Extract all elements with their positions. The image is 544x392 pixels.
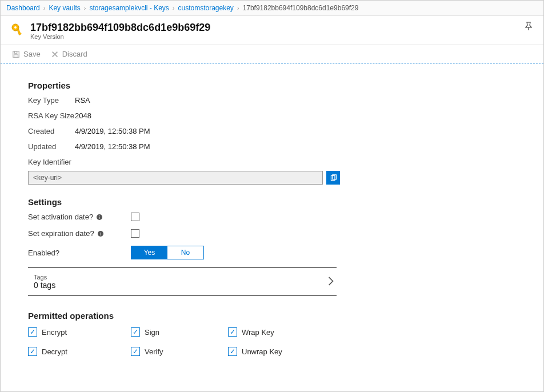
checkbox-checked-icon: ✓ (28, 347, 37, 356)
key-type-label: Key Type (28, 96, 75, 105)
info-icon[interactable]: i (97, 230, 104, 237)
activation-label: Set activation date? (28, 213, 93, 221)
expiration-label: Set expiration date? (28, 229, 94, 238)
activation-checkbox[interactable] (131, 213, 139, 221)
key-icon (11, 23, 25, 38)
page-title: 17bf9182bb694f109b8dc6d1e9b69f29 (30, 22, 210, 34)
op-decrypt[interactable]: ✓Decrypt (28, 347, 131, 356)
chevron-right-icon: › (237, 5, 239, 11)
op-unwrap[interactable]: ✓Unwrap Key (228, 347, 331, 356)
save-button[interactable]: Save (12, 50, 41, 58)
enabled-no[interactable]: No (167, 246, 203, 259)
svg-point-1 (14, 26, 17, 29)
checkbox-checked-icon: ✓ (131, 347, 140, 356)
checkbox-checked-icon: ✓ (228, 347, 237, 356)
copy-icon (330, 174, 337, 182)
op-encrypt[interactable]: ✓Encrypt (28, 327, 131, 337)
checkbox-checked-icon: ✓ (28, 327, 37, 337)
op-sign[interactable]: ✓Sign (131, 327, 228, 337)
svg-rect-5 (14, 51, 17, 53)
svg-rect-2 (17, 29, 21, 35)
tags-label: Tags (34, 274, 55, 281)
tags-count: 0 tags (34, 281, 55, 290)
tags-row[interactable]: Tags 0 tags (28, 267, 337, 296)
op-wrap[interactable]: ✓Wrap Key (228, 327, 331, 337)
breadcrumb: Dashboard › Key vaults › storagesamplekv… (1, 1, 543, 16)
chevron-right-icon (327, 277, 334, 287)
enabled-label: Enabled? (28, 249, 59, 257)
op-unwrap-label: Unwrap Key (242, 347, 282, 356)
info-icon[interactable]: i (96, 214, 103, 221)
key-type-value: RSA (75, 96, 90, 105)
op-sign-label: Sign (145, 328, 159, 337)
checkbox-checked-icon: ✓ (228, 327, 237, 337)
breadcrumb-link-key[interactable]: customstoragekey (178, 4, 233, 12)
pin-icon[interactable] (524, 22, 533, 33)
breadcrumb-link-vault[interactable]: storagesamplekvcli - Keys (89, 4, 169, 12)
updated-label: Updated (28, 142, 75, 151)
breadcrumb-current: 17bf9182bb694f109b8dc6d1e9b69f29 (243, 4, 359, 12)
copy-button[interactable] (326, 171, 340, 185)
expiration-checkbox[interactable] (131, 229, 139, 238)
key-size-value: 2048 (75, 111, 91, 120)
toolbar: Save Discard (1, 45, 543, 63)
content: Properties Key Type RSA RSA Key Size 204… (1, 63, 543, 392)
save-icon (12, 50, 20, 58)
svg-text:i: i (100, 231, 101, 237)
key-identifier-input[interactable] (28, 171, 323, 185)
op-encrypt-label: Encrypt (42, 328, 67, 337)
updated-value: 4/9/2019, 12:50:38 PM (75, 142, 150, 151)
key-size-label: RSA Key Size (28, 111, 75, 120)
breadcrumb-link-keyvaults[interactable]: Key vaults (49, 4, 80, 12)
checkbox-checked-icon: ✓ (131, 327, 140, 337)
op-verify[interactable]: ✓Verify (131, 347, 228, 356)
op-decrypt-label: Decrypt (42, 347, 67, 356)
discard-button[interactable]: Discard (51, 50, 87, 58)
permitted-ops-heading: Permitted operations (28, 311, 521, 321)
enabled-yes[interactable]: Yes (131, 246, 167, 259)
svg-text:i: i (99, 215, 100, 220)
page-subtitle: Key Version (30, 33, 210, 40)
discard-icon (51, 50, 59, 58)
discard-label: Discard (62, 50, 87, 58)
chevron-right-icon: › (84, 5, 86, 11)
svg-rect-6 (14, 54, 18, 57)
created-value: 4/9/2019, 12:50:38 PM (75, 127, 150, 135)
chevron-right-icon: › (43, 5, 46, 11)
key-identifier-label: Key Identifier (28, 158, 521, 166)
title-bar: 17bf9182bb694f109b8dc6d1e9b69f29 Key Ver… (1, 16, 543, 45)
op-verify-label: Verify (145, 347, 163, 356)
properties-heading: Properties (28, 81, 521, 90)
settings-heading: Settings (28, 197, 521, 207)
breadcrumb-link-dashboard[interactable]: Dashboard (6, 4, 40, 12)
op-wrap-label: Wrap Key (242, 328, 274, 337)
enabled-toggle[interactable]: Yes No (131, 246, 204, 259)
chevron-right-icon: › (173, 5, 175, 11)
save-label: Save (23, 50, 41, 58)
created-label: Created (28, 127, 75, 135)
